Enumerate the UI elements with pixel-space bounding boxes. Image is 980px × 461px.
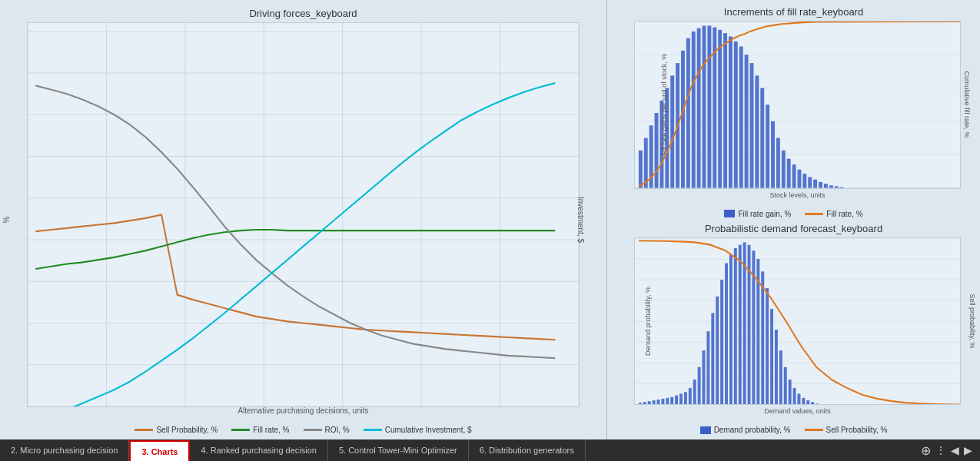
- nav-left-icon[interactable]: ◀: [951, 444, 959, 456]
- svg-rect-103: [718, 30, 722, 188]
- svg-rect-120: [808, 177, 812, 187]
- right-bottom-legend: Demand probability, % Sell Probability, …: [611, 423, 976, 436]
- svg-rect-198: [766, 287, 769, 404]
- tab-charts-label: 3. Charts: [141, 447, 178, 456]
- svg-rect-190: [729, 254, 733, 404]
- right-top-chart-svg: 2.5 2.0 1.5 1.0 0.5 0.0 100 80 60 40 20 …: [635, 22, 960, 188]
- svg-rect-209: [816, 403, 819, 404]
- legend-roi-icon: [304, 429, 322, 431]
- right-bottom-chart-title: Probabilistic demand forecast_keyboard: [611, 223, 976, 234]
- svg-rect-115: [782, 151, 786, 188]
- svg-rect-99: [697, 28, 701, 188]
- left-chart-container: -50 0 50 100 150 200 250 300 0 100 200 3…: [27, 22, 580, 407]
- legend-demand-prob-label: Demand probability, %: [714, 426, 791, 434]
- svg-rect-202: [784, 366, 787, 404]
- tab-charts[interactable]: 3. Charts: [129, 440, 190, 461]
- legend-cum-investment: Cumulative Investment, $: [364, 426, 472, 434]
- legend-fill-rate-gain: Fill rate gain, %: [724, 210, 791, 218]
- svg-rect-106: [734, 41, 738, 188]
- svg-rect-204: [793, 387, 796, 404]
- svg-rect-91: [655, 113, 659, 187]
- svg-rect-0: [28, 23, 579, 406]
- svg-rect-88: [639, 151, 643, 188]
- svg-rect-117: [792, 164, 796, 187]
- svg-rect-112: [766, 104, 769, 187]
- svg-rect-109: [750, 63, 754, 187]
- svg-rect-121: [813, 180, 817, 188]
- svg-rect-201: [779, 350, 782, 404]
- left-chart-title: Driving forces_keyboard: [4, 8, 603, 19]
- svg-rect-177: [670, 396, 673, 404]
- svg-rect-205: [798, 393, 801, 404]
- legend-fill-rate: Fill rate, %: [231, 426, 289, 434]
- svg-rect-188: [720, 280, 723, 404]
- tab-ranked[interactable]: 4. Ranked purchasing decision: [190, 439, 327, 461]
- svg-rect-207: [806, 400, 809, 404]
- svg-rect-206: [802, 397, 805, 404]
- svg-rect-185: [706, 331, 709, 404]
- legend-sell-prob: Sell Probability, %: [135, 426, 218, 434]
- svg-rect-94: [670, 75, 674, 187]
- legend-cum-investment-icon: [364, 429, 382, 431]
- legend-sell-prob-icon: [135, 429, 153, 431]
- legend-sell-prob-line-icon: [805, 429, 823, 431]
- right-top-y-axis-right-label: Cumulative fill rate, %: [962, 71, 970, 138]
- legend-fill-rate-icon: [231, 429, 250, 431]
- svg-rect-176: [666, 397, 669, 404]
- svg-rect-174: [657, 400, 660, 404]
- svg-rect-184: [703, 350, 706, 404]
- tab-micro-label: 2. Micro purchasing decision: [11, 446, 118, 455]
- legend-fill-rate-line: Fill rate, %: [805, 210, 862, 218]
- more-options-icon[interactable]: ⋮: [935, 444, 946, 456]
- legend-cum-investment-label: Cumulative Investment, $: [385, 426, 472, 434]
- right-bottom-x-axis-label: Demand values, units: [764, 407, 831, 415]
- svg-rect-104: [723, 33, 727, 187]
- right-top-legend: Fill rate gain, % Fill rate, %: [611, 207, 976, 220]
- svg-rect-208: [811, 402, 814, 404]
- svg-rect-187: [716, 296, 719, 404]
- right-top-chart: Increments of fill rate_keyboard 2.5: [611, 6, 976, 220]
- svg-rect-182: [693, 380, 696, 404]
- add-sheet-icon[interactable]: ⊕: [921, 443, 931, 458]
- tab-distribution-label: 6. Distribution generators: [480, 446, 574, 455]
- svg-rect-96: [681, 51, 685, 188]
- legend-sell-prob-line: Sell Probability, %: [805, 426, 888, 434]
- svg-rect-116: [787, 159, 791, 188]
- legend-roi-label: ROI, %: [325, 426, 350, 434]
- right-top-chart-title: Increments of fill rate_keyboard: [611, 6, 976, 18]
- right-bottom-chart-container: 8 7 6 5 4 3 2 1 0 100 80 60 40 20 0: [634, 237, 961, 406]
- legend-fill-rate-label: Fill rate, %: [253, 426, 289, 434]
- tab-control[interactable]: 5. Control Tower-Mini Optimizer: [328, 439, 469, 461]
- tab-control-label: 5. Control Tower-Mini Optimizer: [339, 446, 457, 455]
- left-chart-legend: Sell Probability, % Fill rate, % ROI, % …: [4, 423, 603, 436]
- svg-rect-118: [798, 170, 802, 188]
- svg-rect-114: [776, 138, 780, 188]
- svg-rect-181: [689, 387, 692, 404]
- svg-rect-197: [761, 271, 764, 404]
- svg-rect-100: [703, 25, 706, 187]
- right-chart-area: Increments of fill rate_keyboard 2.5: [607, 0, 980, 439]
- right-bottom-y-axis-right-label: Sell probability, %: [969, 294, 977, 348]
- main-content: Driving forces_keyboard: [0, 0, 980, 439]
- right-bottom-y-axis-left-label: Demand probability, %: [644, 287, 652, 356]
- svg-rect-178: [675, 395, 678, 404]
- svg-rect-126: [840, 187, 844, 187]
- left-chart-svg: -50 0 50 100 150 200 250 300 0 100 200 3…: [28, 23, 579, 406]
- svg-rect-179: [679, 393, 683, 404]
- legend-demand-prob: Demand probability, %: [700, 426, 791, 434]
- svg-rect-200: [775, 330, 778, 404]
- svg-rect-101: [707, 25, 711, 187]
- svg-rect-123: [824, 184, 828, 187]
- tab-bar: 2. Micro purchasing decision 3. Charts 4…: [0, 439, 980, 461]
- nav-right-icon[interactable]: ▶: [964, 444, 972, 456]
- legend-sell-prob-label: Sell Probability, %: [156, 426, 218, 434]
- svg-rect-175: [661, 398, 664, 404]
- right-top-x-axis-label: Stock levels, units: [769, 191, 825, 199]
- right-bottom-chart: Probabilistic demand forecast_keyboard: [611, 223, 976, 436]
- tab-micro[interactable]: 2. Micro purchasing decision: [0, 439, 129, 461]
- legend-demand-prob-icon: [700, 426, 711, 434]
- svg-rect-105: [729, 36, 733, 187]
- svg-rect-125: [835, 186, 839, 187]
- tab-distribution[interactable]: 6. Distribution generators: [469, 439, 586, 461]
- legend-fill-rate-gain-icon: [724, 210, 735, 217]
